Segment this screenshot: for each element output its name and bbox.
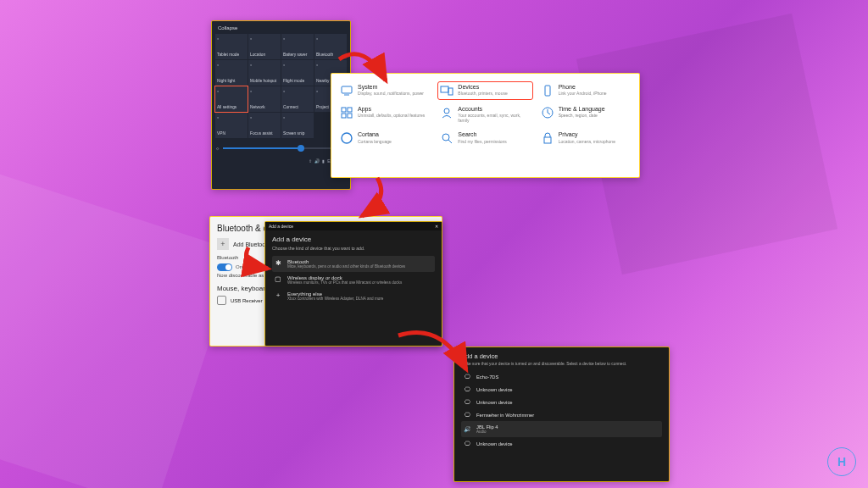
modal-heading: Add a device	[272, 236, 435, 243]
discovered-device[interactable]: 🖵Unknown device	[461, 396, 662, 408]
add-option-wireless-display-or-dock[interactable]: ▢Wireless display or dockWireless monito…	[272, 272, 435, 288]
devlist-heading: Add a device	[461, 352, 662, 360]
settings-privacy[interactable]: PrivacyLocation, camera, microphone	[539, 130, 632, 147]
device-type-icon: 🖵	[463, 386, 471, 392]
add-option-everything-else[interactable]: +Everything elseXbox controllers with Wi…	[272, 288, 435, 304]
tray-volume-icon[interactable]: 🔊	[314, 158, 320, 164]
device-name: USB Receiver	[231, 298, 263, 303]
device-list-modal: Add a device Make sure that your device …	[453, 347, 670, 482]
device-name: Unknown device	[476, 400, 513, 405]
device-type-icon: 🖵	[463, 441, 471, 446]
discovered-device[interactable]: 🖵Unknown device	[461, 437, 662, 450]
settings-desc: Location, camera, microphone	[559, 139, 615, 144]
privacy-icon	[541, 131, 554, 145]
close-icon[interactable]: ✕	[435, 224, 438, 229]
search-icon	[440, 131, 453, 145]
tile-icon: ▫	[283, 36, 312, 42]
quick-action-flight-mode[interactable]: ▫Flight mode	[281, 60, 314, 86]
tile-label: Night light	[217, 80, 246, 84]
settings-title: Phone	[559, 84, 607, 91]
settings-search[interactable]: SearchFind my files, permissions	[438, 130, 531, 147]
settings-apps[interactable]: AppsUninstall, defaults, optional featur…	[338, 104, 431, 125]
option-desc: Xbox controllers with Wireless Adapter, …	[287, 297, 383, 301]
quick-action-mobile-hotspot[interactable]: ▫Mobile hotspot	[248, 60, 281, 86]
sun-icon: ☼	[215, 146, 220, 151]
modal-subtitle: Choose the kind of device that you want …	[272, 246, 435, 251]
tile-icon: ▫	[217, 36, 246, 42]
svg-rect-3	[448, 88, 453, 95]
settings-title: Time & Language	[559, 106, 605, 113]
tile-label: Tablet mode	[217, 53, 246, 58]
devices-icon	[440, 84, 453, 97]
cortana-icon	[340, 131, 353, 145]
tile-icon: ▫	[316, 36, 345, 42]
tile-icon: ▫	[217, 114, 246, 120]
device-name: Fernseher in Wohnzimmer	[476, 413, 534, 418]
tile-icon: ▫	[250, 36, 279, 42]
svg-rect-4	[545, 86, 550, 96]
svg-rect-7	[342, 114, 346, 118]
quick-action-all-settings[interactable]: ▫All settings	[215, 86, 248, 112]
settings-desc: Speech, region, date	[559, 113, 605, 118]
tile-label: Location	[250, 53, 279, 58]
settings-accounts[interactable]: AccountsYour accounts, email, sync, work…	[438, 104, 531, 125]
quick-action-network[interactable]: ▫Network	[248, 86, 281, 112]
svg-line-13	[448, 140, 452, 143]
svg-rect-14	[544, 137, 551, 143]
settings-desc: Bluetooth, printers, mouse	[458, 91, 507, 96]
plus-icon: +	[217, 238, 229, 250]
tile-label: VPN	[217, 132, 246, 136]
settings-desc: Cortana language	[358, 139, 392, 144]
tile-icon: ▫	[250, 88, 279, 94]
settings-cortana[interactable]: CortanaCortana language	[338, 130, 431, 147]
settings-desc: Uninstall, defaults, optional features	[358, 113, 425, 118]
bluetooth-toggle[interactable]	[217, 263, 232, 271]
quick-action-connect[interactable]: ▫Connect	[281, 86, 314, 112]
tray-battery-icon[interactable]: ▮	[322, 158, 325, 164]
tile-icon: ▫	[217, 88, 246, 94]
settings-phone[interactable]: PhoneLink your Android, iPhone	[539, 82, 632, 99]
settings-desc: Find my files, permissions	[458, 139, 507, 144]
discovered-device[interactable]: 🔊JBL Flip 4Audio	[461, 421, 662, 437]
svg-rect-5	[342, 108, 346, 112]
tile-label: Mobile hotspot	[250, 80, 279, 84]
devlist-subtitle: Make sure that your device is turned on …	[461, 362, 662, 366]
quick-action-screen-snip[interactable]: ▫Screen snip	[281, 113, 314, 138]
quick-action-focus-assist[interactable]: ▫Focus assist	[248, 113, 281, 138]
option-desc: Wireless monitors, TVs or PCs that use M…	[287, 280, 402, 285]
quick-action-tablet-mode[interactable]: ▫Tablet mode	[215, 34, 248, 59]
option-icon: +	[274, 291, 282, 299]
tray-wifi-icon[interactable]: ⇧	[309, 158, 312, 164]
tile-label: Focus assist	[250, 132, 279, 136]
settings-title: Apps	[358, 106, 425, 113]
brightness-slider[interactable]: ☼	[215, 143, 347, 153]
settings-title: Devices	[458, 84, 507, 91]
settings-devices[interactable]: DevicesBluetooth, printers, mouse	[438, 82, 531, 99]
settings-title: Privacy	[559, 131, 615, 138]
settings-title: Search	[458, 131, 507, 138]
quick-action-location[interactable]: ▫Location	[248, 34, 281, 59]
collapse-link[interactable]: Collapse	[215, 25, 347, 31]
device-type-icon: 🖵	[463, 399, 471, 405]
discovered-device[interactable]: 🖵Unknown device	[461, 383, 662, 396]
apps-icon	[340, 106, 353, 119]
settings-title: Cortana	[358, 131, 392, 138]
quick-action-battery-saver[interactable]: ▫Battery saver	[281, 34, 314, 59]
device-name: Unknown device	[476, 387, 513, 392]
svg-rect-2	[441, 86, 448, 92]
tile-icon: ▫	[250, 62, 279, 68]
time-icon	[541, 106, 554, 119]
quick-action-night-light[interactable]: ▫Night light	[215, 60, 248, 86]
add-option-bluetooth[interactable]: ✱BluetoothMice, keyboards, pens or audio…	[272, 256, 435, 272]
settings-time-language[interactable]: Time & LanguageSpeech, region, date	[539, 104, 632, 125]
svg-point-11	[342, 133, 352, 143]
discovered-device[interactable]: 🖵Fernseher in Wohnzimmer	[461, 408, 662, 421]
settings-desc: Your accounts, email, sync, work, family	[458, 113, 530, 123]
option-desc: Mice, keyboards, pens or audio and other…	[287, 264, 405, 269]
tile-label: Network	[250, 106, 279, 110]
discovered-device[interactable]: 🖵Echo-7DS	[461, 370, 662, 383]
quick-action-vpn[interactable]: ▫VPN	[215, 113, 248, 138]
tile-label: Flight mode	[283, 80, 312, 84]
device-type-icon: 🔊	[463, 426, 471, 433]
account-icon	[440, 106, 453, 119]
